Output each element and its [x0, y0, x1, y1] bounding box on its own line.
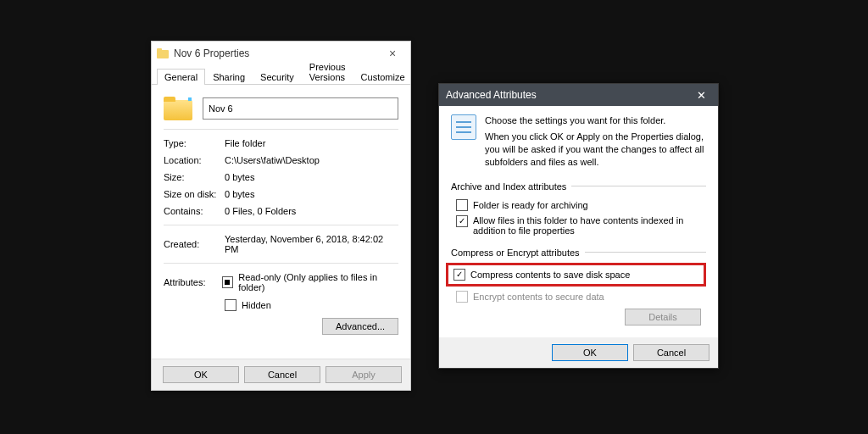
location-value: C:\Users\fatiw\Desktop: [225, 155, 398, 165]
tab-sharing[interactable]: Sharing: [205, 69, 253, 85]
checkbox-mixed-icon: [222, 276, 233, 288]
divider: [164, 225, 398, 225]
checkbox-disabled-icon: [456, 291, 468, 303]
properties-body: Type:File folder Location:C:\Users\fatiw…: [152, 85, 410, 359]
properties-tabstrip: General Sharing Security Previous Versio…: [152, 65, 410, 85]
tab-customize[interactable]: Customize: [353, 69, 413, 85]
close-icon[interactable]: ×: [380, 47, 405, 60]
properties-dialog: Nov 6 Properties × General Sharing Secur…: [151, 41, 411, 391]
size-label: Size:: [164, 172, 225, 182]
cancel-button[interactable]: Cancel: [633, 344, 709, 361]
advanced-footer: OK Cancel: [439, 337, 718, 368]
properties-title: Nov 6 Properties: [174, 47, 380, 59]
encrypt-checkbox: Encrypt contents to secure data: [456, 291, 706, 303]
ok-button[interactable]: OK: [552, 344, 628, 361]
tab-previous-versions[interactable]: Previous Versions: [302, 58, 353, 85]
archive-label: Folder is ready for archiving: [473, 200, 588, 210]
advanced-title: Advanced Attributes: [446, 89, 691, 101]
compress-highlight: Compress contents to save disk space: [446, 263, 706, 287]
advanced-button[interactable]: Advanced...: [322, 318, 398, 335]
compress-checkbox[interactable]: Compress contents to save disk space: [453, 269, 698, 281]
size-on-disk-value: 0 bytes: [225, 189, 398, 199]
compress-label: Compress contents to save disk space: [470, 270, 630, 280]
cancel-button[interactable]: Cancel: [244, 366, 320, 383]
tab-general[interactable]: General: [157, 69, 205, 85]
attributes-label: Attributes:: [164, 277, 222, 287]
folder-large-icon: [164, 97, 192, 120]
group-archive-label: Archive and Index attributes: [451, 181, 566, 192]
archive-checkbox[interactable]: Folder is ready for archiving: [456, 199, 706, 211]
type-value: File folder: [225, 138, 398, 148]
index-checkbox[interactable]: Allow files in this folder to have conte…: [456, 215, 706, 236]
advanced-titlebar[interactable]: Advanced Attributes ✕: [439, 84, 718, 106]
divider: [164, 129, 398, 130]
folder-name-input[interactable]: [203, 97, 398, 120]
checkbox-empty-icon: [225, 299, 236, 311]
size-value: 0 bytes: [225, 172, 398, 182]
readonly-checkbox[interactable]: Read-only (Only applies to files in fold…: [222, 272, 398, 292]
apply-button[interactable]: Apply: [326, 366, 402, 383]
hidden-checkbox[interactable]: Hidden: [225, 299, 271, 311]
encrypt-label: Encrypt contents to secure data: [473, 292, 604, 302]
type-label: Type:: [164, 138, 225, 148]
group-compress-label: Compress or Encrypt attributes: [451, 248, 580, 258]
readonly-label: Read-only (Only applies to files in fold…: [238, 272, 398, 292]
close-icon[interactable]: ✕: [691, 89, 711, 102]
location-label: Location:: [164, 155, 225, 165]
properties-titlebar[interactable]: Nov 6 Properties ×: [152, 42, 410, 65]
advanced-intro-text: Choose the settings you want for this fo…: [485, 114, 706, 168]
details-button: Details: [625, 309, 701, 326]
created-value: Yesterday, November 6, 2018, 8:42:02 PM: [225, 234, 398, 254]
index-label: Allow files in this folder to have conte…: [473, 215, 702, 236]
contains-label: Contains:: [164, 206, 225, 216]
advanced-attributes-dialog: Advanced Attributes ✕ Choose the setting…: [438, 83, 719, 369]
checkbox-checked-icon: [453, 269, 465, 281]
advanced-body: Choose the settings you want for this fo…: [439, 106, 718, 337]
tab-security[interactable]: Security: [253, 69, 302, 85]
ok-button[interactable]: OK: [163, 366, 239, 383]
attributes-icon: [451, 114, 476, 140]
size-on-disk-label: Size on disk:: [164, 189, 225, 199]
folder-icon: [157, 48, 169, 58]
checkbox-empty-icon: [456, 199, 468, 211]
created-label: Created:: [164, 239, 225, 249]
contains-value: 0 Files, 0 Folders: [225, 206, 398, 216]
properties-footer: OK Cancel Apply: [152, 359, 410, 390]
hidden-label: Hidden: [242, 300, 271, 310]
checkbox-checked-icon: [456, 215, 468, 227]
divider: [164, 263, 398, 264]
